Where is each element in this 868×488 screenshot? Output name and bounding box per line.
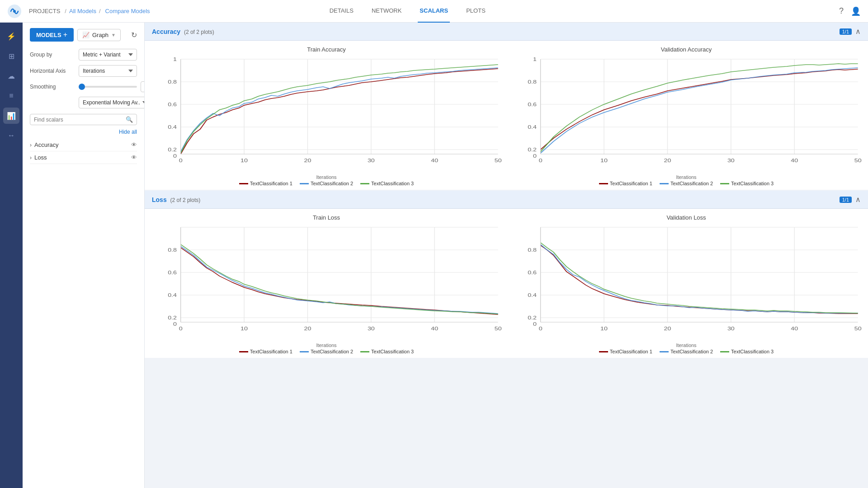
validation-loss-svg: 0.8 0.6 0.4 0.2 0 0 10 20 30 40 50 — [508, 223, 864, 340]
val-loss-legend-color-tc3 — [720, 351, 729, 352]
svg-text:0: 0 — [539, 158, 542, 163]
tab-scalars[interactable]: SCALARS — [418, 0, 450, 23]
sidebar-icon-dashboard[interactable]: ⚡ — [3, 28, 19, 44]
hide-all-button[interactable]: Hide all — [30, 129, 137, 135]
loss-badge: 1/1 — [840, 197, 852, 203]
svg-text:0.6: 0.6 — [528, 102, 537, 107]
tab-details[interactable]: DETAILS — [328, 0, 355, 23]
accuracy-charts-row: Train Accuracy 1 — [145, 41, 868, 190]
svg-text:30: 30 — [727, 326, 735, 331]
horizontal-axis-label: Horizontal Axis — [30, 68, 75, 74]
loss-subtitle: (2 of 2 plots) — [170, 197, 201, 203]
svg-text:50: 50 — [495, 158, 502, 163]
train-accuracy-title: Train Accuracy — [148, 46, 505, 53]
accuracy-collapse-button[interactable]: ∧ — [855, 27, 861, 36]
legend-color-tc1 — [239, 183, 248, 184]
horizontal-axis-row: Horizontal Axis Iterations — [30, 65, 137, 77]
user-icon[interactable]: 👤 — [851, 6, 861, 16]
validation-accuracy-wrapper: 1 0.8 0.6 0.4 0.2 0 0 10 20 30 40 50 — [508, 55, 864, 174]
svg-text:40: 40 — [791, 326, 798, 331]
svg-text:20: 20 — [304, 326, 311, 331]
svg-text:0.4: 0.4 — [528, 125, 537, 130]
train-accuracy-x-label: Iterations — [148, 174, 505, 180]
svg-text:1: 1 — [533, 57, 537, 62]
sidebar-icon-chart[interactable]: 📊 — [3, 108, 19, 124]
loss-legend-tc1: TextClassification 1 — [239, 349, 292, 354]
svg-text:0.4: 0.4 — [528, 293, 537, 298]
svg-text:10: 10 — [241, 158, 248, 163]
svg-text:10: 10 — [600, 158, 608, 163]
svg-text:0.2: 0.2 — [528, 147, 537, 152]
sidebar-icon-cloud[interactable]: ☁ — [3, 68, 19, 84]
svg-text:10: 10 — [241, 326, 248, 331]
tab-network[interactable]: NETWORK — [370, 0, 403, 23]
val-legend-color-tc3 — [720, 183, 729, 184]
train-loss-x-label: Iterations — [148, 343, 505, 348]
train-loss-title: Train Loss — [148, 214, 505, 221]
val-loss-legend-tc3: TextClassification 3 — [720, 349, 774, 354]
eye-icon-loss[interactable]: 👁 — [131, 154, 137, 161]
breadcrumb-all-models[interactable]: All Models — [69, 8, 96, 14]
svg-text:0: 0 — [533, 154, 537, 159]
smoothing-value-input[interactable]: 0 — [141, 81, 145, 92]
svg-text:20: 20 — [664, 326, 671, 331]
svg-text:0.2: 0.2 — [168, 147, 177, 152]
loss-legend-tc2: TextClassification 2 — [300, 349, 353, 354]
search-icon[interactable]: 🔍 — [126, 116, 133, 123]
accuracy-subtitle: (2 of 2 plots) — [184, 29, 214, 35]
svg-text:40: 40 — [431, 158, 438, 163]
loss-collapse-button[interactable]: ∧ — [855, 195, 861, 204]
val-loss-legend-tc1: TextClassification 1 — [599, 349, 652, 354]
loss-section: Loss (2 of 2 plots) 1/1 ∧ Train Loss — [145, 191, 868, 358]
svg-text:40: 40 — [431, 326, 438, 331]
scalar-item-loss[interactable]: › Loss 👁 — [30, 151, 137, 164]
tab-plots[interactable]: PLOTS — [464, 0, 487, 23]
sidebar-icon-flow[interactable]: ↔ — [3, 127, 19, 144]
svg-text:20: 20 — [304, 158, 311, 163]
scalar-loss-label: Loss — [34, 154, 131, 161]
val-legend-tc1: TextClassification 1 — [599, 181, 652, 186]
nav-icons: ? 👤 — [839, 6, 861, 16]
breadcrumb: PROJECTS / All Models / Compare Models — [27, 8, 152, 14]
svg-text:50: 50 — [854, 326, 862, 331]
accuracy-section-header: Accuracy (2 of 2 plots) 1/1 ∧ — [145, 23, 868, 41]
validation-accuracy-title: Validation Accuracy — [508, 46, 864, 53]
sidebar-icon-grid[interactable]: ⊞ — [3, 48, 19, 64]
train-loss-svg: 0.8 0.6 0.4 0.2 0 0 10 20 30 40 50 — [148, 223, 505, 340]
svg-text:0: 0 — [533, 322, 537, 327]
scalar-item-accuracy[interactable]: › Accuracy 👁 — [30, 139, 137, 151]
svg-text:50: 50 — [495, 326, 502, 331]
horizontal-axis-select[interactable]: Iterations — [79, 65, 137, 77]
svg-text:0: 0 — [179, 326, 183, 331]
group-by-select[interactable]: Metric + Variant — [79, 49, 137, 61]
loss-section-title: Loss (2 of 2 plots) — [152, 196, 840, 203]
svg-text:50: 50 — [854, 158, 862, 163]
svg-text:0.8: 0.8 — [168, 80, 177, 84]
breadcrumb-projects[interactable]: PROJECTS — [29, 8, 60, 14]
validation-accuracy-svg: 1 0.8 0.6 0.4 0.2 0 0 10 20 30 40 50 — [508, 55, 864, 172]
chevron-down-icon: ▼ — [111, 33, 116, 38]
svg-text:1: 1 — [173, 57, 177, 62]
top-nav: PROJECTS / All Models / Compare Models D… — [0, 0, 868, 23]
smoothing-method-select[interactable]: Exponential Moving Av... — [79, 97, 145, 108]
nav-tabs: DETAILS NETWORK SCALARS PLOTS — [328, 0, 487, 23]
svg-text:0: 0 — [179, 158, 183, 163]
sidebar-icon-layers[interactable]: ≡ — [3, 88, 19, 104]
svg-text:30: 30 — [368, 158, 375, 163]
refresh-icon[interactable]: ↻ — [131, 31, 137, 39]
loss-section-header: Loss (2 of 2 plots) 1/1 ∧ — [145, 191, 868, 209]
loss-legend-color-tc2 — [300, 351, 309, 352]
svg-text:0.4: 0.4 — [168, 125, 177, 130]
search-row: 🔍 — [30, 114, 137, 125]
train-loss-chart-container: Train Loss 0.8 0.6 0.4 — [148, 214, 505, 354]
smoothing-label: Smoothing — [30, 84, 75, 90]
models-button[interactable]: MODELS + — [30, 28, 74, 42]
eye-icon-accuracy[interactable]: 👁 — [131, 141, 137, 148]
graph-button[interactable]: 📈 Graph ▼ — [77, 29, 121, 41]
main-content: Accuracy (2 of 2 plots) 1/1 ∧ Train Accu… — [145, 23, 868, 488]
help-icon[interactable]: ? — [839, 6, 844, 16]
svg-text:0.6: 0.6 — [528, 270, 537, 275]
validation-loss-x-label: Iterations — [508, 343, 864, 348]
search-input[interactable] — [34, 117, 126, 123]
smoothing-slider[interactable] — [79, 86, 137, 88]
